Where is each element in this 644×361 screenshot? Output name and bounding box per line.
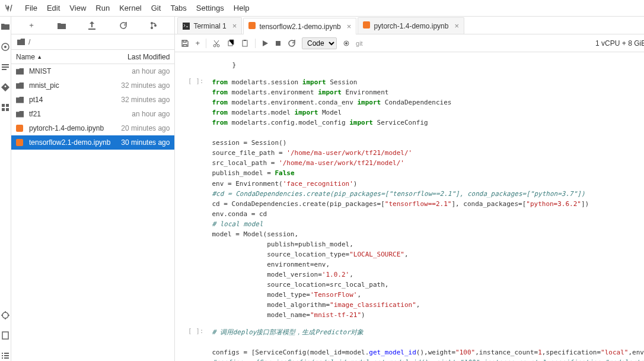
svg-rect-3 xyxy=(2,66,9,68)
svg-rect-16 xyxy=(4,357,9,359)
refresh-icon[interactable] xyxy=(119,21,129,30)
main-content: Terminal 1×tensorflow2.1-demo.ipynb×pyto… xyxy=(175,17,644,361)
add-cell-icon[interactable]: + xyxy=(195,39,200,48)
menu-file[interactable]: File xyxy=(20,1,42,15)
resources-status: 1 vCPU + 8 GiB xyxy=(595,39,644,48)
file-name: MNIST xyxy=(29,67,110,75)
file-name: tensorflow2.1-demo.ipynb xyxy=(29,138,110,147)
notebook-icon xyxy=(248,22,256,31)
file-row[interactable]: tensorflow2.1-demo.ipynb30 minutes ago xyxy=(11,135,174,150)
file-modified: 30 minutes ago xyxy=(110,138,170,147)
tab[interactable]: tensorflow2.1-demo.ipynb× xyxy=(243,18,356,34)
notebook-body[interactable]: }[ ]:from modelarts.session import Sessi… xyxy=(175,52,644,361)
running-icon[interactable] xyxy=(0,42,11,52)
restart-icon[interactable] xyxy=(288,39,296,48)
svg-rect-24 xyxy=(243,40,247,46)
cut-icon[interactable] xyxy=(212,39,221,48)
menu-view[interactable]: View xyxy=(65,1,91,15)
doc-icon[interactable] xyxy=(0,330,11,341)
tab-label: pytorch-1.4-demo.ipynb xyxy=(374,22,448,30)
notebook-toolbar: + Code git 1 vCPU + 8 GiB | TensorFlow-1… xyxy=(175,34,644,52)
code-cell[interactable]: [ ]:# 调用deploy接口部署模型，生成Predictor对象 confi… xyxy=(175,325,644,361)
cell-prompt: [ ]: xyxy=(175,75,208,322)
svg-rect-13 xyxy=(2,355,3,356)
folder-icon xyxy=(16,83,25,89)
file-list: MNISTan hour agomnist_pic32 minutes agop… xyxy=(11,64,174,361)
cell-body[interactable]: from modelarts.session import Session fr… xyxy=(208,75,644,322)
tab[interactable]: pytorch-1.4-demo.ipynb× xyxy=(358,17,464,34)
app-logo-icon xyxy=(5,3,15,14)
activity-bar xyxy=(0,17,11,361)
notebook-icon xyxy=(16,125,25,132)
file-row[interactable]: mnist_pic32 minutes ago xyxy=(11,78,174,93)
svg-rect-25 xyxy=(244,40,246,41)
git-icon[interactable] xyxy=(0,82,11,93)
cell-body[interactable]: } xyxy=(208,58,644,72)
folder-icon[interactable] xyxy=(0,21,11,32)
cell-type-select[interactable]: Code xyxy=(302,37,337,49)
record-icon[interactable] xyxy=(343,40,350,47)
svg-rect-12 xyxy=(4,353,9,354)
file-name: pt14 xyxy=(29,96,110,104)
file-modified: 32 minutes ago xyxy=(110,81,170,90)
svg-point-17 xyxy=(151,22,153,24)
close-icon[interactable]: × xyxy=(347,22,352,31)
notebook-icon xyxy=(16,139,25,146)
code-cell[interactable]: } xyxy=(175,58,644,72)
file-modified: an hour ago xyxy=(110,67,170,75)
tab[interactable]: Terminal 1× xyxy=(177,17,242,34)
menu-edit[interactable]: Edit xyxy=(42,1,65,15)
commands-icon[interactable] xyxy=(0,62,11,72)
tabs-icon[interactable] xyxy=(0,102,11,113)
file-row[interactable]: MNISTan hour ago xyxy=(11,64,174,78)
cell-prompt: [ ]: xyxy=(175,325,208,361)
svg-rect-6 xyxy=(6,104,9,107)
folder-icon xyxy=(16,97,25,103)
menu-git[interactable]: Git xyxy=(146,1,166,15)
svg-rect-7 xyxy=(2,108,5,111)
extensions-icon[interactable] xyxy=(0,310,11,321)
svg-rect-8 xyxy=(6,108,9,111)
close-icon[interactable]: × xyxy=(232,21,237,30)
stop-icon[interactable] xyxy=(275,40,282,47)
breadcrumb[interactable]: / xyxy=(11,34,174,50)
menu-settings[interactable]: Settings xyxy=(192,1,229,15)
new-folder-icon[interactable] xyxy=(58,22,67,29)
new-launcher-icon[interactable]: + xyxy=(27,21,36,30)
file-modified: 32 minutes ago xyxy=(110,96,170,104)
column-header-modified[interactable]: Last Modified xyxy=(110,50,174,64)
file-browser-toolbar: + xyxy=(11,17,174,34)
menu-run[interactable]: Run xyxy=(91,1,114,15)
close-icon[interactable]: × xyxy=(454,21,459,30)
svg-point-1 xyxy=(4,46,7,48)
file-name: tf21 xyxy=(29,110,110,118)
upload-icon[interactable] xyxy=(88,21,98,30)
menu-help[interactable]: Help xyxy=(229,1,254,15)
run-icon[interactable] xyxy=(262,40,269,47)
file-row[interactable]: pt1432 minutes ago xyxy=(11,93,174,107)
svg-rect-15 xyxy=(2,357,3,359)
code-cell[interactable]: [ ]:from modelarts.session import Sessio… xyxy=(175,75,644,322)
svg-rect-20 xyxy=(183,23,190,30)
menu-kernel[interactable]: Kernel xyxy=(114,1,146,15)
git-label: git xyxy=(356,40,363,47)
save-icon[interactable] xyxy=(181,39,189,48)
toc-icon[interactable] xyxy=(0,350,11,361)
copy-icon[interactable] xyxy=(227,39,235,48)
svg-rect-5 xyxy=(2,104,5,107)
notebook-icon xyxy=(363,21,370,30)
cell-body[interactable]: # 调用deploy接口部署模型，生成Predictor对象 configs =… xyxy=(208,325,644,361)
menu-tabs[interactable]: Tabs xyxy=(165,1,191,15)
column-header-name[interactable]: Name ▲ xyxy=(11,50,110,64)
file-row[interactable]: pytorch-1.4-demo.ipynb20 minutes ago xyxy=(11,121,174,135)
file-row[interactable]: tf21an hour ago xyxy=(11,107,174,121)
git-pull-icon[interactable] xyxy=(149,21,159,30)
file-modified: 20 minutes ago xyxy=(110,124,170,132)
svg-rect-2 xyxy=(2,64,9,65)
svg-point-28 xyxy=(345,42,347,45)
cell-prompt xyxy=(175,58,208,72)
svg-rect-26 xyxy=(276,41,280,46)
file-name: pytorch-1.4-demo.ipynb xyxy=(29,124,110,132)
svg-rect-11 xyxy=(2,353,3,354)
paste-icon[interactable] xyxy=(241,39,249,48)
